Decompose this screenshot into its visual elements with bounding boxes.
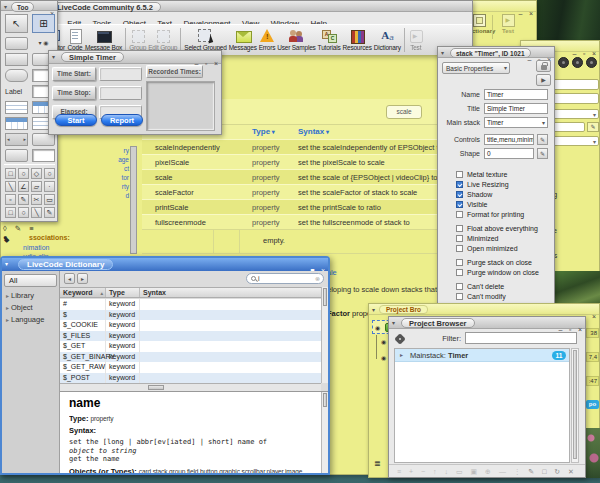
filter-input[interactable] [465,332,577,344]
search-input[interactable]: i [246,273,324,284]
checkbox[interactable] [456,235,463,242]
checkbox[interactable] [456,269,463,276]
property-pane-selector[interactable]: Basic Properties [442,62,510,74]
title-field[interactable]: Simple Timer [484,103,548,114]
stack-inspector-titlebar[interactable]: stack "Timer", ID 1021 [438,47,554,58]
pointer-tool[interactable] [5,14,28,33]
keyword-row[interactable]: $_POSTkeyword [60,373,321,384]
table-field-prototype-tool[interactable] [5,117,28,130]
scrollbar[interactable] [321,287,328,383]
yellow-dictionary-search-input[interactable]: scale [386,105,422,119]
toolbar-button-code[interactable]: Code [66,29,84,51]
button-prototype-tool[interactable] [5,37,28,50]
checkbox-live-resizing[interactable]: Live Resizing [456,173,539,183]
parallelogram-tool[interactable] [31,181,42,192]
name-field[interactable]: Timer [484,89,548,100]
start-button[interactable]: Start [55,114,97,126]
checkbox-float-above-everything[interactable]: Float above everything [456,217,539,227]
fill-rect-tool[interactable] [44,194,55,205]
point-tool[interactable] [44,181,55,192]
checkbox-purge-window-on-close[interactable]: Purge window on close [456,261,539,271]
toolbar-button-errors[interactable]: Errors [258,29,277,51]
controls-field[interactable]: title,menu,minimize,r [484,134,534,145]
checkbox[interactable] [456,225,463,232]
checkbox-radio-prototype-tool[interactable] [32,37,55,50]
palette-overflow-tools[interactable] [3,224,47,242]
plug-icon[interactable] [558,57,569,68]
toolbar-button-group[interactable]: Group [128,29,147,51]
toolbar-button-resources[interactable]: Resources [342,29,373,51]
oval-frame-tool[interactable] [18,207,29,218]
gear-icon[interactable] [395,334,405,344]
shade-window-button[interactable] [441,48,444,58]
sidebar-item-object[interactable]: Object [2,302,59,314]
minimize-button[interactable] [528,55,532,65]
rect-button-prototype-tool[interactable] [5,53,28,66]
close-button[interactable] [214,59,218,69]
select-area-tool[interactable] [5,194,16,205]
disclosure-icon[interactable] [6,293,9,299]
recorded-times-field[interactable] [146,81,215,131]
sidebar-item-library[interactable]: Library [2,290,59,302]
checkbox[interactable] [456,259,463,266]
keyword-row[interactable]: $_GET_BINARYkeyword [60,352,321,363]
checkbox[interactable] [456,201,463,208]
simple-timer-titlebar[interactable]: Simple Timer [49,51,221,64]
toolbar-button-tutorials[interactable]: Tutorials [317,29,342,51]
cut-tool[interactable] [31,194,42,205]
report-button[interactable]: Report [101,114,143,126]
column-header-type[interactable]: Type [252,125,298,139]
checkbox-metal-texture[interactable]: Metal texture [456,163,539,173]
scrollbar-prototype-tool[interactable] [5,133,28,146]
project-browser-titlebar[interactable]: Project Browser [389,317,585,329]
tools-palette-titlebar[interactable]: Too [1,1,57,11]
time-start-field[interactable] [99,67,142,81]
clear-icon[interactable] [315,275,320,284]
toolbar-button-select-grouped[interactable]: Select Grouped [183,29,227,51]
eye-icon[interactable] [375,324,380,331]
time-stop-button[interactable]: Time Stop: [52,86,96,100]
checkbox[interactable] [456,181,463,188]
back-button[interactable] [64,273,75,284]
checkbox-cant-delete[interactable]: Can't delete [456,275,539,285]
keyword-row[interactable]: $_GETkeyword [60,341,321,352]
diamond-tool[interactable] [4,236,9,244]
scrollbar-thumb[interactable] [148,385,164,390]
scrollbar-thumb[interactable] [323,288,327,306]
keyword-row[interactable]: $_FILESkeyword [60,331,321,342]
column-header-keyword[interactable]: Keyword [60,288,106,297]
checkbox-purge-stack-on-close[interactable]: Purge stack on close [456,251,539,261]
scrollbar-thumb[interactable] [573,350,577,459]
forward-button[interactable] [77,273,88,284]
checkbox-visible[interactable]: Visible [456,193,539,203]
label-prototype-tool[interactable]: Label [5,85,28,98]
lock-button[interactable] [536,60,551,72]
checkbox-open-minimized[interactable]: Open minimized [456,237,539,247]
yellow-toolbar-test-button[interactable]: Test [495,14,521,34]
shade-window-button[interactable] [392,318,395,328]
time-stop-field[interactable] [99,86,142,100]
action-button[interactable] [536,74,551,86]
toolbar-button-message-box[interactable]: Message Box [84,29,123,51]
keyword-row[interactable]: #keyword [60,299,321,310]
dictionary-titlebar[interactable]: LiveCode Dictionary [2,258,328,271]
pencil-tool[interactable] [18,194,29,205]
checkbox[interactable] [456,283,463,290]
edit-shape-button[interactable] [537,148,548,159]
horizontal-scrollbar[interactable] [60,383,321,391]
scrollbar-thumb[interactable] [323,393,327,407]
scrollbar[interactable] [571,348,579,463]
checkbox[interactable] [456,245,463,252]
close-button[interactable] [592,312,596,322]
oval-tool[interactable] [18,168,29,179]
yellow-project-browser-titlebar[interactable]: Project Bro [369,304,599,315]
shape-field[interactable]: 0 [484,148,534,159]
disclosure-icon[interactable] [6,305,9,311]
brush-tool[interactable] [44,207,55,218]
close-button[interactable] [529,9,533,19]
main-stack-select[interactable]: Timer [484,117,548,128]
keyword-row[interactable]: $_COOKIEkeyword [60,320,321,331]
edit-pointer-tool[interactable] [32,14,55,33]
keyword-row[interactable]: $_GET_RAWkeyword [60,362,321,373]
edit-button[interactable] [587,122,599,132]
